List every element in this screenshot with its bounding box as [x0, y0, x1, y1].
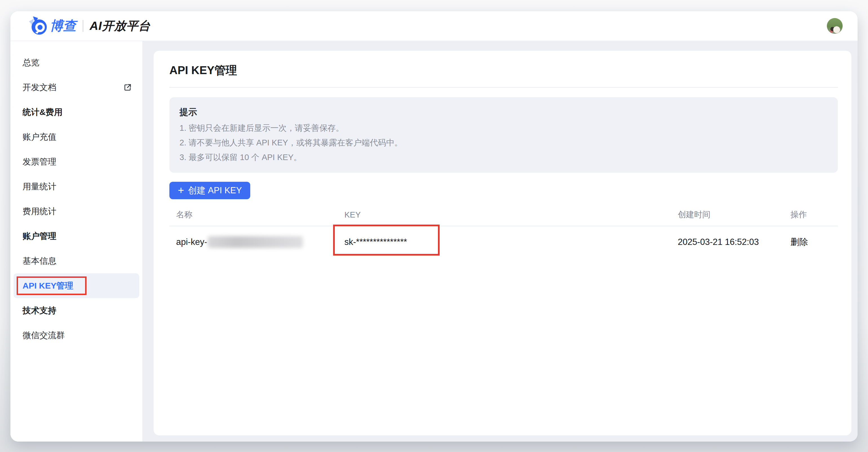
- table-row: api-key- sk-*************** 2025-03-21 1…: [169, 226, 838, 258]
- redacted-name-blur: [208, 236, 303, 248]
- api-key-name-prefix: api-key-: [176, 237, 207, 247]
- create-api-key-button[interactable]: + 创建 API KEY: [169, 182, 250, 199]
- tips-box: 提示 1. 密钥只会在新建后显示一次，请妥善保存。 2. 请不要与他人共享 AP…: [169, 97, 838, 173]
- column-header-action: 操作: [784, 209, 838, 220]
- sidebar-item-cost-stats[interactable]: 费用统计: [13, 199, 139, 224]
- api-key-masked-value: sk-***************: [338, 237, 671, 247]
- api-key-panel: API KEY管理 提示 1. 密钥只会在新建后显示一次，请妥善保存。 2. 请…: [154, 51, 851, 435]
- logo-divider: [83, 20, 84, 32]
- title-divider: [169, 87, 838, 88]
- sidebar-item-wechat-group[interactable]: 微信交流群: [13, 323, 139, 348]
- tips-line-1: 1. 密钥只会在新建后显示一次，请妥善保存。: [180, 123, 828, 133]
- top-header: 博查 AI开放平台: [10, 11, 858, 41]
- api-key-table: 名称 KEY 创建时间 操作 api-key- sk-*************…: [169, 204, 838, 258]
- sidebar-section-stats-billing: 统计&费用: [13, 100, 139, 125]
- column-header-key: KEY: [338, 210, 671, 220]
- content-area: API KEY管理 提示 1. 密钥只会在新建后显示一次，请妥善保存。 2. 请…: [142, 41, 858, 442]
- sidebar-item-dev-docs[interactable]: 开发文档: [13, 75, 139, 100]
- tips-title: 提示: [180, 106, 828, 118]
- product-name: AI开放平台: [90, 18, 151, 34]
- tips-line-2: 2. 请不要与他人共享 API KEY，或将其暴露在客户端代码中。: [180, 138, 828, 148]
- sidebar: 总览 开发文档 统计&费用 账户充值 发票管理: [10, 41, 142, 442]
- sidebar-item-usage-stats[interactable]: 用量统计: [13, 174, 139, 199]
- page-title: API KEY管理: [169, 63, 838, 78]
- sidebar-item-overview[interactable]: 总览: [13, 50, 139, 75]
- create-api-key-label: 创建 API KEY: [188, 185, 242, 196]
- sidebar-item-api-key-management[interactable]: API KEY管理: [13, 273, 139, 298]
- plus-icon: +: [178, 185, 184, 196]
- tips-line-3: 3. 最多可以保留 10 个 API KEY。: [180, 153, 828, 162]
- sidebar-section-account-management: 账户管理: [13, 224, 139, 249]
- sidebar-section-tech-support: 技术支持: [13, 298, 139, 323]
- brand-name: 博查: [50, 17, 76, 35]
- user-avatar[interactable]: [827, 18, 843, 34]
- sidebar-item-basic-info[interactable]: 基本信息: [13, 249, 139, 273]
- sidebar-item-account-recharge[interactable]: 账户充值: [13, 125, 139, 149]
- table-header-row: 名称 KEY 创建时间 操作: [169, 204, 838, 226]
- column-header-name: 名称: [169, 209, 338, 220]
- api-key-created-time: 2025-03-21 16:52:03: [671, 237, 784, 247]
- column-header-created: 创建时间: [671, 209, 784, 220]
- api-key-name-cell: api-key-: [169, 236, 338, 248]
- delete-api-key-link[interactable]: 删除: [784, 236, 838, 248]
- bocha-logo-icon: [28, 15, 47, 37]
- app-window: 博查 AI开放平台 总览 开发文档 统计&费用: [10, 11, 858, 442]
- external-link-icon: [124, 84, 132, 91]
- sidebar-item-invoice-management[interactable]: 发票管理: [13, 149, 139, 174]
